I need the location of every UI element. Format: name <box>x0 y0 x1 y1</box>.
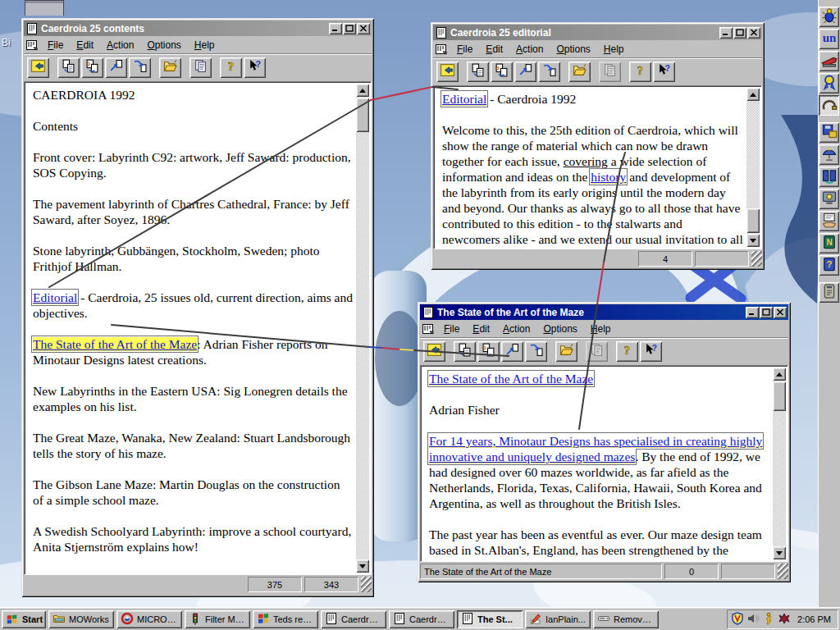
scrollbar-thumb[interactable] <box>746 208 760 233</box>
hyperlink-anchor[interactable]: history <box>591 170 626 184</box>
scroll-down-button[interactable] <box>773 546 786 559</box>
scheduler-icon[interactable] <box>778 612 791 627</box>
document-text[interactable]: CAERDROIA 1992 Contents Front cover: Lab… <box>26 84 356 573</box>
volume-icon[interactable] <box>746 612 760 627</box>
help-button[interactable]: ? <box>629 62 651 82</box>
menu-help[interactable]: Help <box>598 42 630 57</box>
replace-document-button[interactable]: o <box>477 341 500 362</box>
close-button[interactable] <box>747 27 760 39</box>
vertical-scrollbar[interactable] <box>746 88 760 247</box>
document-menu-icon[interactable] <box>422 322 435 336</box>
disk-stack-icon[interactable] <box>819 122 839 143</box>
stapler-icon[interactable] <box>819 51 839 71</box>
titlebar[interactable]: The State of the Art of the Maze <box>420 304 788 320</box>
maximize-button[interactable] <box>760 307 773 318</box>
menu-edit[interactable]: Edit <box>480 42 509 57</box>
hyperlink-anchor[interactable]: Editorial <box>33 290 77 304</box>
query-book-icon[interactable]: ? <box>819 255 839 276</box>
bug-icon[interactable] <box>819 7 839 27</box>
document-menu-icon[interactable] <box>25 39 39 52</box>
context-help-button[interactable]: ? <box>653 62 675 82</box>
taskbar-button-removab[interactable]: Removab... <box>593 610 659 628</box>
scroll-up-button[interactable] <box>356 84 369 97</box>
clock[interactable]: 2:06 PM <box>797 614 831 624</box>
scroll-up-button[interactable] <box>773 368 786 381</box>
close-button[interactable] <box>774 307 787 318</box>
document-window-icon[interactable] <box>25 22 39 35</box>
document-menu-icon[interactable] <box>435 43 448 56</box>
titlebar[interactable]: Caerdroia 25 editorial <box>433 25 762 40</box>
vertical-scrollbar[interactable] <box>356 84 369 573</box>
make-link-button[interactable] <box>525 341 547 362</box>
taskbar-button-microc[interactable]: MICROC... <box>116 610 182 628</box>
resize-grip[interactable] <box>751 251 762 267</box>
help-button[interactable]: ? <box>220 57 242 78</box>
titlebar[interactable]: Caerdroia 25 contents <box>24 21 372 36</box>
taskbar-button-teds-ren[interactable]: Teds ren... <box>253 610 318 628</box>
copy-text-button[interactable] <box>189 57 212 78</box>
hyperlink-anchor[interactable]: Editorial <box>442 92 486 106</box>
context-help-button[interactable]: ? <box>640 341 662 362</box>
menu-options[interactable]: Options <box>550 42 596 57</box>
minimize-button[interactable] <box>719 27 733 39</box>
letters-icon[interactable]: un <box>819 29 839 49</box>
make-link-button[interactable] <box>129 57 151 78</box>
taskbar-button-ianplain[interactable]: IanPlain... <box>525 610 591 628</box>
resize-grip[interactable] <box>778 564 788 579</box>
start-button[interactable]: Start <box>2 610 46 628</box>
back-button[interactable] <box>436 62 459 82</box>
make-link-button[interactable] <box>538 62 560 82</box>
taskbar-button-filter-man[interactable]: Filter Man... <box>185 610 250 628</box>
menu-file[interactable]: File <box>438 322 465 336</box>
resize-grip[interactable] <box>361 577 372 592</box>
follow-link-button[interactable] <box>501 341 523 362</box>
minimize-button[interactable] <box>746 307 759 318</box>
scroll-down-button[interactable] <box>356 559 369 573</box>
document-text[interactable]: The State of the Art of the Maze Adrian … <box>422 368 773 559</box>
taskbar-button-caerdroia[interactable]: Caerdroia... <box>321 610 386 628</box>
maximize-button[interactable] <box>733 27 746 39</box>
hyperlink-anchor[interactable]: The State of the Art of the Maze <box>429 372 593 386</box>
menu-help[interactable]: Help <box>189 38 221 52</box>
document-window-icon[interactable] <box>435 26 448 39</box>
menu-edit[interactable]: Edit <box>467 322 495 336</box>
copy-text-button[interactable] <box>599 62 621 82</box>
vertical-scrollbar[interactable] <box>773 368 786 559</box>
menu-file[interactable]: File <box>42 38 69 52</box>
menu-edit[interactable]: Edit <box>71 38 99 52</box>
viewer-icon[interactable] <box>819 189 839 209</box>
copy-text-button[interactable] <box>586 341 608 362</box>
scroll-up-button[interactable] <box>746 88 760 101</box>
taskbar-button-caerdroia[interactable]: Caerdroia... <box>389 610 454 628</box>
scrollbar-thumb[interactable] <box>356 98 369 132</box>
menu-options[interactable]: Options <box>537 322 582 336</box>
copy-document-button[interactable] <box>57 57 80 78</box>
document-text[interactable]: Editorial - Caerdroia 1992 Welcome to th… <box>436 88 746 247</box>
open-document-button[interactable] <box>159 57 181 78</box>
close-button[interactable] <box>357 23 370 34</box>
cable-icon[interactable] <box>819 95 839 116</box>
user-agent-icon[interactable] <box>762 612 775 627</box>
hand-card-icon[interactable] <box>819 211 839 231</box>
dish-icon[interactable] <box>819 144 839 165</box>
antivirus-shield-icon[interactable] <box>731 612 744 627</box>
scanner-icon[interactable] <box>819 282 839 303</box>
menu-action[interactable]: Action <box>497 322 536 336</box>
book-sync-icon[interactable] <box>819 167 839 187</box>
menu-action[interactable]: Action <box>510 42 549 57</box>
scroll-down-button[interactable] <box>746 234 760 247</box>
open-document-button[interactable] <box>568 62 591 82</box>
back-button[interactable] <box>27 57 49 78</box>
copy-document-button[interactable] <box>454 341 476 362</box>
follow-link-button[interactable] <box>514 62 536 82</box>
scrollbar-thumb[interactable] <box>773 381 786 411</box>
replace-document-button[interactable]: o <box>491 62 513 82</box>
menu-action[interactable]: Action <box>101 38 139 52</box>
menu-file[interactable]: File <box>451 42 478 57</box>
document-window-icon[interactable] <box>422 306 435 319</box>
badge-icon[interactable] <box>819 73 839 94</box>
maximize-button[interactable] <box>343 23 356 34</box>
copy-document-button[interactable] <box>467 62 489 82</box>
follow-link-button[interactable] <box>105 57 127 78</box>
replace-document-button[interactable]: o <box>81 57 103 78</box>
